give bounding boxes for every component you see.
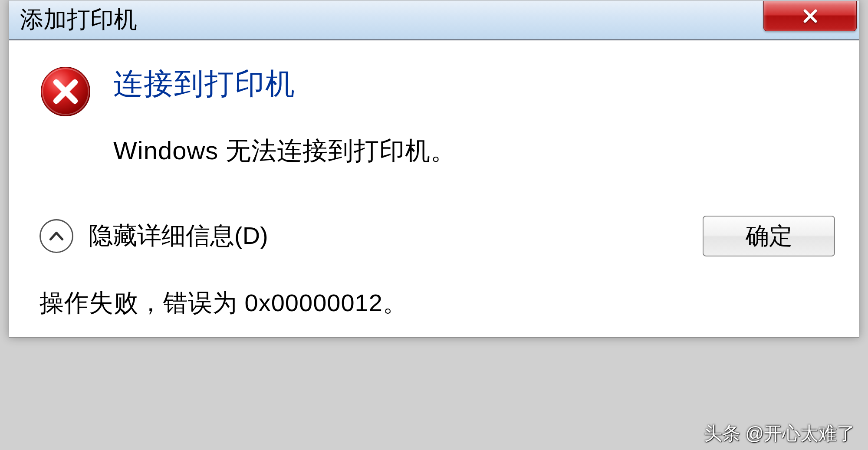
dialog-heading: 连接到打印机 [113, 64, 835, 104]
error-icon [39, 66, 92, 118]
action-row: 隐藏详细信息(D) 确定 [39, 216, 835, 256]
window-title: 添加打印机 [20, 4, 137, 36]
details-toggle-label: 隐藏详细信息(D) [89, 220, 268, 253]
dialog-body: 连接到打印机 Windows 无法连接到打印机。 隐藏详细信息(D) 确定 操作… [9, 39, 859, 337]
title-bar[interactable]: 添加打印机 [9, 0, 859, 39]
close-icon [801, 7, 819, 25]
ok-button[interactable]: 确定 [703, 216, 835, 256]
chevron-up-icon [39, 219, 73, 253]
dialog-window: 添加打印机 [9, 0, 859, 338]
dialog-message: Windows 无法连接到打印机。 [113, 134, 835, 168]
dialog-text-block: 连接到打印机 Windows 无法连接到打印机。 [113, 62, 835, 168]
watermark: 头条 @开心太难了 [704, 421, 855, 446]
close-button[interactable] [763, 1, 857, 31]
error-details-text: 操作失败，错误为 0x00000012。 [39, 287, 835, 320]
main-content: 连接到打印机 Windows 无法连接到打印机。 [39, 62, 835, 168]
hide-details-toggle[interactable]: 隐藏详细信息(D) [39, 219, 268, 253]
